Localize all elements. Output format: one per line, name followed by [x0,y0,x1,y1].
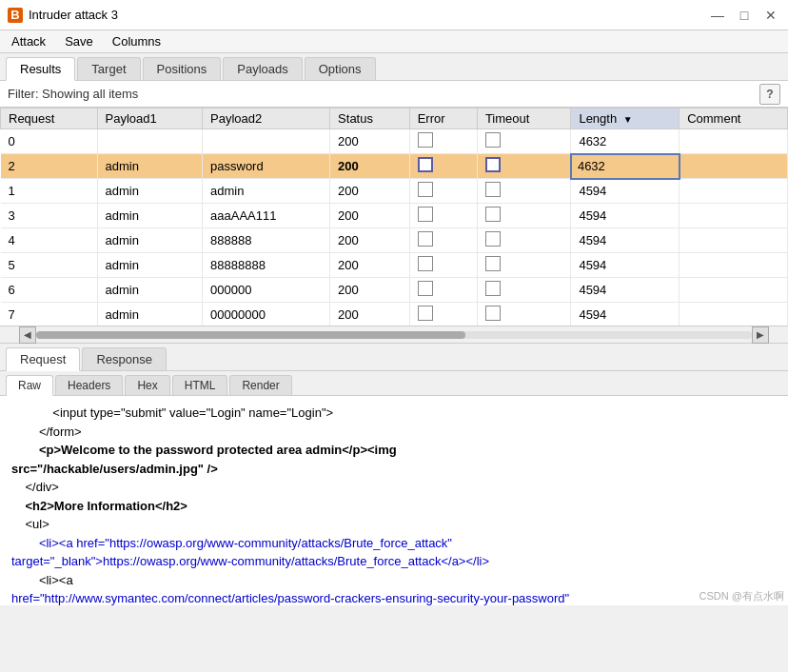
table-row[interactable]: 4admin8888882004594 [1,228,788,253]
window-title: Intruder attack 3 [29,8,118,22]
table-row[interactable]: 6admin0000002004594 [1,278,788,303]
cell-status: 200 [330,253,410,278]
cell-status: 200 [330,278,410,303]
cell-timeout[interactable] [477,179,571,204]
filter-bar: Filter: Showing all items ? [0,81,788,108]
sub-tab-bar: Raw Headers Hex HTML Render [0,371,788,396]
cell-payload2: 000000 [203,278,330,303]
cell-status: 200 [330,129,410,154]
cell-timeout[interactable] [477,228,571,253]
table-row[interactable]: 02004632 [1,129,788,154]
table-row[interactable]: 5admin888888882004594 [1,253,788,278]
sub-tab-raw[interactable]: Raw [6,375,53,396]
cell-payload2: password [203,154,330,179]
cell-timeout[interactable] [477,253,571,278]
menu-attack[interactable]: Attack [4,32,53,50]
cell-length: 4632 [571,129,680,154]
code-line: href="http://www.symantec.com/connect/ar… [11,589,777,605]
cell-comment [680,228,788,253]
sub-tab-hex[interactable]: Hex [125,375,169,395]
cell-error[interactable] [409,278,477,303]
cell-length: 4594 [571,179,680,204]
code-line: </div> [11,478,777,497]
cell-payload2: aaaAAA111 [203,204,330,228]
cell-error[interactable] [409,228,477,253]
cell-payload2: 888888 [203,228,330,253]
tab-positions[interactable]: Positions [143,57,222,80]
cell-length: 4594 [571,278,680,303]
cell-request: 3 [1,204,98,228]
cell-status: 200 [330,154,410,179]
cell-comment [680,303,788,327]
cell-payload1: admin [97,228,203,253]
cell-status: 200 [330,179,410,204]
sub-tab-html[interactable]: HTML [172,375,228,395]
tab-response[interactable]: Response [82,347,167,370]
menu-bar: Attack Save Columns [0,30,788,53]
code-area: <input type="submit" value="Login" name=… [0,396,788,605]
horizontal-scrollbar-thumb[interactable] [36,331,465,339]
cell-error[interactable] [409,129,477,154]
cell-comment [680,253,788,278]
tab-options[interactable]: Options [305,57,376,80]
cell-payload2: 88888888 [203,253,330,278]
minimize-button[interactable]: — [708,6,727,25]
col-payload2[interactable]: Payload2 [203,109,330,129]
table-row[interactable]: 2adminpassword2004632 [1,154,788,179]
cell-error[interactable] [409,303,477,327]
cell-error[interactable] [409,154,477,179]
cell-length: 4594 [571,303,680,327]
scroll-left-button[interactable]: ◀ [19,326,36,344]
tab-results[interactable]: Results [6,57,75,81]
main-tab-bar: Results Target Positions Payloads Option… [0,53,788,81]
cell-request: 5 [1,253,98,278]
table-row[interactable]: 3adminaaaAAA1112004594 [1,204,788,228]
close-button[interactable]: ✕ [761,6,780,25]
col-request[interactable]: Request [1,109,98,129]
cell-timeout[interactable] [477,154,571,179]
cell-timeout[interactable] [477,204,571,228]
scroll-right-button[interactable]: ▶ [752,326,769,344]
cell-comment [680,278,788,303]
code-line: <ul> [11,515,777,534]
cell-error[interactable] [409,253,477,278]
sub-tab-headers[interactable]: Headers [55,375,123,395]
table-row[interactable]: 1adminadmin2004594 [1,179,788,204]
cell-payload1: admin [97,303,203,327]
title-bar-left: B Intruder attack 3 [8,8,118,23]
cell-status: 200 [330,303,410,327]
col-timeout[interactable]: Timeout [477,109,571,129]
cell-status: 200 [330,228,410,253]
col-status[interactable]: Status [330,109,410,129]
cell-payload2: 00000000 [203,303,330,327]
code-line: target="_blank">https://owasp.org/www-co… [11,552,777,571]
menu-save[interactable]: Save [57,32,101,50]
cell-error[interactable] [409,179,477,204]
cell-timeout[interactable] [477,129,571,154]
cell-timeout[interactable] [477,278,571,303]
cell-payload1: admin [97,278,203,303]
cell-payload2 [203,129,330,154]
cell-timeout[interactable] [477,303,571,327]
code-line: </form> [11,423,777,442]
tab-payloads[interactable]: Payloads [223,57,302,80]
code-line: <li><a [11,571,777,590]
cell-request: 6 [1,278,98,303]
cell-length: 4594 [571,228,680,253]
sub-tab-render[interactable]: Render [229,375,291,395]
table-row[interactable]: 7admin000000002004594 [1,303,788,327]
tab-request[interactable]: Request [6,347,80,371]
horizontal-scrollbar[interactable] [36,331,752,339]
menu-columns[interactable]: Columns [105,32,168,50]
code-line: <li><a href="https://owasp.org/www-commu… [11,534,777,553]
col-comment[interactable]: Comment [680,109,788,129]
col-error[interactable]: Error [409,109,477,129]
code-line: <p>Welcome to the password protected are… [11,441,777,460]
cell-request: 2 [1,154,98,179]
col-length[interactable]: Length ▼ [571,109,680,129]
maximize-button[interactable]: □ [735,6,754,25]
filter-help-button[interactable]: ? [759,84,780,105]
tab-target[interactable]: Target [77,57,140,80]
col-payload1[interactable]: Payload1 [97,109,203,129]
cell-error[interactable] [409,204,477,228]
